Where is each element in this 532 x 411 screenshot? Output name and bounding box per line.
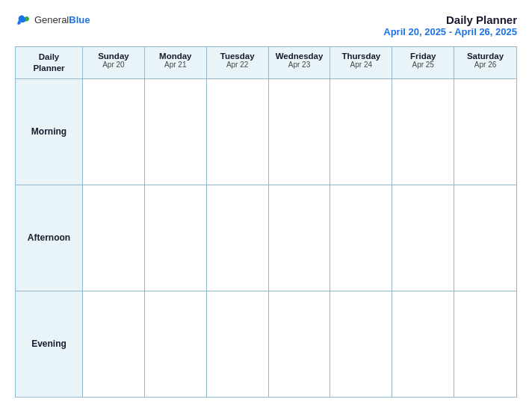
header-saturday: Saturday Apr 26 xyxy=(454,47,516,78)
saturday-date: Apr 26 xyxy=(456,61,515,69)
logo-bird-icon xyxy=(15,13,31,27)
header-monday: Monday Apr 21 xyxy=(145,47,207,78)
morning-wednesday[interactable] xyxy=(269,79,331,185)
morning-row: Morning xyxy=(16,79,516,185)
evening-row: Evening xyxy=(16,291,516,397)
title-block: Daily Planner April 20, 2025 - April 26,… xyxy=(383,13,517,37)
evening-friday[interactable] xyxy=(392,291,454,397)
morning-friday[interactable] xyxy=(392,79,454,185)
afternoon-label: Afternoon xyxy=(16,185,83,291)
header-friday: Friday Apr 25 xyxy=(392,47,454,78)
friday-name: Friday xyxy=(394,52,452,61)
logo: GeneralBlue xyxy=(15,13,90,27)
calendar: Daily Planner Sunday Apr 20 Monday Apr 2… xyxy=(15,46,517,398)
sunday-name: Sunday xyxy=(84,52,143,61)
afternoon-row: Afternoon xyxy=(16,185,516,291)
morning-monday[interactable] xyxy=(145,79,207,185)
afternoon-tuesday[interactable] xyxy=(207,185,269,291)
afternoon-saturday[interactable] xyxy=(454,185,516,291)
thursday-date: Apr 24 xyxy=(332,61,390,69)
calendar-header-row: Daily Planner Sunday Apr 20 Monday Apr 2… xyxy=(16,47,516,79)
header-tuesday: Tuesday Apr 22 xyxy=(207,47,269,78)
morning-tuesday[interactable] xyxy=(207,79,269,185)
sunday-date: Apr 20 xyxy=(84,61,143,69)
morning-thursday[interactable] xyxy=(330,79,392,185)
header-label-line2: Planner xyxy=(33,63,64,74)
afternoon-monday[interactable] xyxy=(145,185,207,291)
afternoon-friday[interactable] xyxy=(392,185,454,291)
evening-label: Evening xyxy=(16,291,83,397)
evening-wednesday[interactable] xyxy=(269,291,331,397)
header-label-cell: Daily Planner xyxy=(16,47,83,78)
afternoon-wednesday[interactable] xyxy=(269,185,331,291)
morning-sunday[interactable] xyxy=(83,79,145,185)
calendar-body: Morning Afternoon xyxy=(16,79,516,397)
morning-label: Morning xyxy=(16,79,83,185)
evening-tuesday[interactable] xyxy=(207,291,269,397)
logo-text: GeneralBlue xyxy=(34,14,90,26)
monday-date: Apr 21 xyxy=(146,61,205,69)
friday-date: Apr 25 xyxy=(394,61,452,69)
logo-blue: Blue xyxy=(69,14,90,25)
header: GeneralBlue Daily Planner April 20, 2025… xyxy=(15,13,517,37)
evening-monday[interactable] xyxy=(145,291,207,397)
header-sunday: Sunday Apr 20 xyxy=(83,47,145,78)
afternoon-sunday[interactable] xyxy=(83,185,145,291)
page: GeneralBlue Daily Planner April 20, 2025… xyxy=(0,0,532,411)
morning-saturday[interactable] xyxy=(454,79,516,185)
evening-saturday[interactable] xyxy=(454,291,516,397)
evening-thursday[interactable] xyxy=(330,291,392,397)
saturday-name: Saturday xyxy=(456,52,515,61)
evening-sunday[interactable] xyxy=(83,291,145,397)
thursday-name: Thursday xyxy=(332,52,390,61)
header-wednesday: Wednesday Apr 23 xyxy=(269,47,331,78)
afternoon-thursday[interactable] xyxy=(330,185,392,291)
tuesday-date: Apr 22 xyxy=(208,61,267,69)
monday-name: Monday xyxy=(146,52,205,61)
tuesday-name: Tuesday xyxy=(208,52,267,61)
header-thursday: Thursday Apr 24 xyxy=(330,47,392,78)
title-dates: April 20, 2025 - April 26, 2025 xyxy=(383,26,517,37)
title-main: Daily Planner xyxy=(383,13,517,26)
header-label-line1: Daily xyxy=(39,52,60,63)
wednesday-name: Wednesday xyxy=(270,52,329,61)
logo-general: General xyxy=(34,14,69,25)
wednesday-date: Apr 23 xyxy=(270,61,329,69)
